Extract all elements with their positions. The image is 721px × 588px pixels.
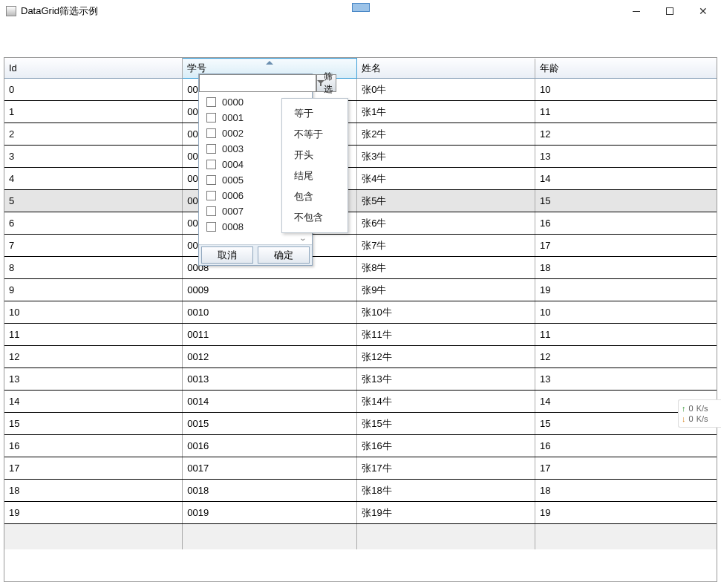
table-row[interactable]: 20002张2牛12 — [4, 123, 717, 146]
column-header-name[interactable]: 姓名 — [357, 59, 535, 79]
filter-cancel-button[interactable]: 取消 — [201, 246, 253, 264]
cell-name[interactable]: 张0牛 — [357, 79, 535, 101]
cell-id[interactable]: 13 — [4, 368, 183, 391]
cell-id[interactable]: 6 — [4, 212, 183, 235]
cell-id[interactable]: 12 — [4, 346, 183, 368]
column-header-id[interactable]: Id — [4, 59, 183, 79]
cell-id[interactable]: 16 — [4, 435, 183, 457]
cell-code[interactable]: 0018 — [183, 480, 357, 502]
cell-age[interactable]: 12 — [535, 346, 717, 368]
cell-age[interactable]: 11 — [535, 101, 717, 123]
cell-name[interactable]: 张19牛 — [357, 502, 535, 524]
filter-scroll-indicator[interactable]: ⌄ — [199, 234, 312, 244]
table-row[interactable]: 120012张12牛12 — [4, 346, 717, 368]
column-header-age[interactable]: 年龄 — [535, 59, 717, 79]
cell-name[interactable]: 张10牛 — [357, 301, 535, 324]
cell-id[interactable]: 7 — [4, 235, 183, 257]
cell-name[interactable]: 张9牛 — [357, 279, 535, 301]
cell-age[interactable]: 12 — [535, 123, 717, 146]
checkbox-icon[interactable] — [206, 191, 216, 200]
cell-age[interactable]: 18 — [535, 257, 717, 279]
table-row[interactable]: 110011张11牛11 — [4, 324, 717, 346]
cell-name[interactable]: 张5牛 — [357, 190, 535, 212]
cell-age[interactable]: 19 — [535, 279, 717, 301]
cell-name[interactable]: 张8牛 — [357, 257, 535, 279]
checkbox-icon[interactable] — [206, 113, 216, 122]
cell-name[interactable]: 张18牛 — [357, 480, 535, 502]
cell-age[interactable]: 16 — [535, 435, 717, 457]
cell-code[interactable]: 0010 — [183, 301, 357, 324]
cell-age[interactable]: 17 — [535, 457, 717, 480]
table-row[interactable]: 40004张4牛14 — [4, 168, 717, 190]
filter-search-input[interactable] — [199, 74, 316, 92]
cell-age[interactable]: 13 — [535, 146, 717, 168]
cell-code[interactable]: 0017 — [183, 457, 357, 480]
checkbox-icon[interactable] — [206, 222, 216, 232]
minimize-button[interactable] — [619, 1, 653, 22]
cell-id[interactable]: 18 — [4, 480, 183, 502]
cell-age[interactable]: 18 — [535, 480, 717, 502]
cell-name[interactable]: 张1牛 — [357, 101, 535, 123]
cell-code[interactable]: 0015 — [183, 413, 357, 435]
table-row[interactable]: 100010张10牛10 — [4, 301, 717, 324]
table-row[interactable]: 10001张1牛11 — [4, 101, 717, 123]
checkbox-icon[interactable] — [206, 128, 216, 138]
table-row[interactable]: 00000张0牛10 — [4, 79, 717, 101]
cell-id[interactable]: 5 — [4, 190, 183, 212]
table-row[interactable]: 70007张7牛17 — [4, 235, 717, 257]
cell-code[interactable]: 0009 — [183, 279, 357, 301]
cell-id[interactable]: 10 — [4, 301, 183, 324]
cell-code[interactable]: 0013 — [183, 368, 357, 391]
filter-apply-button[interactable]: 筛选 — [316, 74, 336, 92]
filter-op-item[interactable]: 包含 — [282, 186, 348, 207]
cell-name[interactable]: 张14牛 — [357, 391, 535, 413]
cell-name[interactable]: 张2牛 — [357, 123, 535, 146]
cell-age[interactable]: 17 — [535, 235, 717, 257]
checkbox-icon[interactable] — [206, 144, 216, 154]
cell-id[interactable]: 15 — [4, 413, 183, 435]
filter-op-item[interactable]: 开头 — [282, 145, 348, 166]
table-row[interactable]: 190019张19牛19 — [4, 502, 717, 524]
table-row[interactable]: 150015张15牛15 — [4, 413, 717, 435]
cell-age[interactable]: 16 — [535, 212, 717, 235]
cell-name[interactable]: 张17牛 — [357, 457, 535, 480]
cell-name[interactable]: 张13牛 — [357, 368, 535, 391]
cell-name[interactable]: 张6牛 — [357, 212, 535, 235]
cell-id[interactable]: 8 — [4, 257, 183, 279]
cell-code[interactable]: 0011 — [183, 324, 357, 346]
filter-op-item[interactable]: 不包含 — [282, 207, 348, 228]
cell-name[interactable]: 张15牛 — [357, 413, 535, 435]
cell-name[interactable]: 张11牛 — [357, 324, 535, 346]
cell-age[interactable]: 10 — [535, 79, 717, 101]
cell-id[interactable]: 2 — [4, 123, 183, 146]
cell-age[interactable]: 15 — [535, 190, 717, 212]
cell-id[interactable]: 3 — [4, 146, 183, 168]
table-row[interactable]: 80008张8牛18 — [4, 257, 717, 279]
filter-op-item[interactable]: 等于 — [282, 103, 348, 124]
close-button[interactable]: ✕ — [686, 1, 720, 22]
table-row[interactable]: 180018张18牛18 — [4, 480, 717, 502]
cell-code[interactable]: 0012 — [183, 346, 357, 368]
cell-code[interactable]: 0019 — [183, 502, 357, 524]
maximize-button[interactable] — [653, 1, 686, 22]
table-row[interactable]: 140014张14牛14 — [4, 391, 717, 413]
cell-id[interactable]: 9 — [4, 279, 183, 301]
checkbox-icon[interactable] — [206, 160, 216, 169]
cell-id[interactable]: 19 — [4, 502, 183, 524]
cell-id[interactable]: 0 — [4, 79, 183, 101]
filter-op-item[interactable]: 结尾 — [282, 166, 348, 186]
checkbox-icon[interactable] — [206, 97, 216, 107]
cell-age[interactable]: 10 — [535, 301, 717, 324]
cell-name[interactable]: 张16牛 — [357, 435, 535, 457]
cell-age[interactable]: 11 — [535, 324, 717, 346]
cell-name[interactable]: 张3牛 — [357, 146, 535, 168]
cell-name[interactable]: 张12牛 — [357, 346, 535, 368]
table-row[interactable]: 50005张5牛15 — [4, 190, 717, 212]
cell-id[interactable]: 17 — [4, 457, 183, 480]
filter-ok-button[interactable]: 确定 — [258, 246, 310, 264]
cell-id[interactable]: 11 — [4, 324, 183, 346]
cell-name[interactable]: 张7牛 — [357, 235, 535, 257]
cell-age[interactable]: 13 — [535, 368, 717, 391]
table-row[interactable]: 60006张6牛16 — [4, 212, 717, 235]
cell-code[interactable]: 0014 — [183, 391, 357, 413]
